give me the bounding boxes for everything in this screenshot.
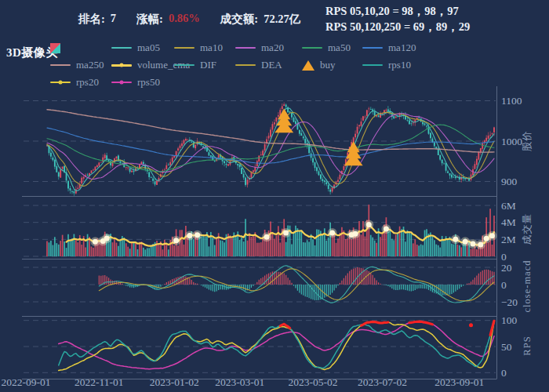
y-tick-label: 1000 <box>501 136 522 147</box>
y-tick-label: 100 <box>501 314 518 326</box>
x-tick-label: 2023-05-02 <box>289 376 338 388</box>
axis-title-volume: 成交量 <box>522 213 533 245</box>
y-tick-label: 50 <box>501 341 512 353</box>
x-tick-label: 2023-09-01 <box>434 376 484 388</box>
axis-title-price: 股价 <box>522 131 533 152</box>
x-tick-label: 2023-03-01 <box>215 376 264 388</box>
y-tick-label: −20 <box>501 296 518 308</box>
x-tick-label: 2023-01-02 <box>150 376 199 388</box>
chart-canvas: 11001000900股价6M4M2M0成交量200−20close-macd1… <box>0 0 549 392</box>
x-tick-label: 2023-07-02 <box>358 376 407 388</box>
y-tick-label: 900 <box>501 176 518 187</box>
rps-panel <box>59 321 494 370</box>
axis-title-rps: RPS <box>522 336 533 355</box>
stock-chart-app: 排名:7 涨幅:0.86% 成交额:72.27亿 RPS 05,10,20 = … <box>0 0 549 392</box>
y-tick-label: 1100 <box>501 95 522 107</box>
rps-red-dot <box>469 323 473 327</box>
y-tick-label: 6M <box>501 200 516 212</box>
y-tick-label: 4M <box>501 216 516 228</box>
y-tick-label: 0 <box>501 279 507 291</box>
macd-panel <box>99 266 494 303</box>
x-tick-label: 2022-11-01 <box>75 376 124 388</box>
y-tick-label: 20 <box>501 262 512 274</box>
x-tick-label: 2022-09-01 <box>1 376 50 388</box>
volume-panel <box>47 205 497 256</box>
y-tick-label: 0 <box>501 251 507 263</box>
y-tick-label: 0 <box>501 367 507 379</box>
y-tick-label: 2M <box>501 234 516 245</box>
axis-title-macd: close-macd <box>522 260 533 313</box>
